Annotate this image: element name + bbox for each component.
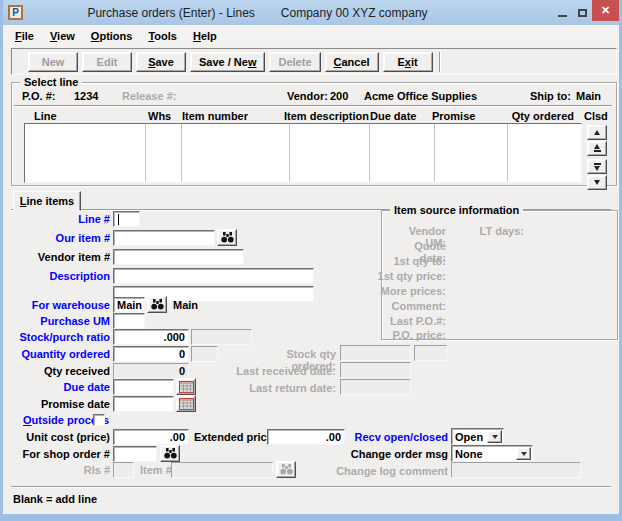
save-button[interactable]: Save	[136, 52, 186, 72]
close-button[interactable]	[592, 0, 619, 21]
maximize-button[interactable]	[572, 3, 592, 23]
stock-qty-ordered-field-2	[414, 345, 447, 361]
column-header-promise: Promise	[432, 110, 475, 122]
delete-button: Delete	[269, 52, 320, 72]
down-arrow-icon	[594, 180, 600, 185]
rls-item-lookup-button	[276, 461, 296, 478]
menu-item-help[interactable]: Help	[185, 28, 225, 44]
due-date-calendar-button[interactable]	[176, 378, 196, 395]
scroll-up-button[interactable]	[587, 125, 607, 140]
due-date-input[interactable]	[113, 379, 174, 395]
column-header-item-number: Item number	[182, 110, 248, 122]
exit-button[interactable]: Exit	[383, 52, 433, 72]
vendor-item-label: Vendor item #	[3, 251, 110, 263]
minimize-icon	[558, 15, 567, 17]
warehouse-input[interactable]: Main	[113, 297, 145, 313]
change-order-msg-select[interactable]: None	[451, 445, 533, 462]
edit-button: Edit	[82, 52, 132, 72]
po-number-label: P.O. #:	[22, 90, 55, 102]
column-header-item-description: Item description	[284, 110, 369, 122]
select-line-group-title: Select line	[20, 76, 82, 88]
shop-order-lookup-button[interactable]	[160, 445, 180, 462]
column-header-qty-ordered: Qty ordered	[500, 110, 574, 122]
last-po-number-label: Last P.O.#:	[386, 315, 446, 327]
last-received-date-field	[340, 362, 411, 378]
binoculars-icon	[164, 448, 177, 459]
close-icon	[601, 4, 610, 17]
line-number-label: Line #	[3, 213, 110, 225]
description-input-1[interactable]	[113, 268, 314, 284]
warehouse-label: For warehouse	[3, 299, 110, 311]
ship-to-label: Ship to:	[530, 90, 571, 102]
recv-open-closed-select[interactable]: Open	[451, 428, 504, 445]
outside-process-checkbox[interactable]	[93, 414, 105, 426]
promise-date-calendar-button[interactable]	[176, 395, 196, 412]
scroll-down-button[interactable]	[587, 175, 607, 190]
column-divider	[434, 124, 435, 182]
cancel-button[interactable]: Cancel	[325, 52, 379, 72]
binoculars-icon	[221, 232, 234, 243]
item-source-group: Item source information Vendor UM: LT da…	[381, 210, 618, 340]
binoculars-icon	[280, 464, 293, 475]
purchase-um-input[interactable]	[113, 313, 145, 329]
line-number-input[interactable]	[113, 211, 140, 227]
column-header-line: Line	[34, 110, 57, 122]
dropdown-button[interactable]	[516, 447, 531, 460]
warehouse-lookup-button[interactable]	[147, 296, 167, 313]
bar-icon	[594, 163, 601, 165]
our-item-lookup-button[interactable]	[217, 229, 237, 246]
shop-order-input[interactable]	[113, 446, 157, 462]
po-number-value: 1234	[74, 90, 98, 102]
app-window: P Purchase orders (Enter) - Lines Compan…	[0, 0, 622, 521]
up-arrow-icon	[594, 144, 600, 149]
minimize-button[interactable]	[552, 3, 572, 23]
calendar-icon	[179, 381, 194, 393]
group-divider	[14, 105, 612, 107]
comment-label: Comment:	[386, 300, 446, 312]
change-order-msg-value: None	[452, 448, 516, 460]
title-bar: P Purchase orders (Enter) - Lines Compan…	[3, 0, 619, 25]
recv-open-closed-label: Recv open/closed	[333, 431, 448, 443]
new-button: New	[28, 52, 78, 72]
po-lines-table[interactable]	[24, 123, 582, 183]
due-date-label: Due date	[3, 381, 110, 393]
stock-qty-ordered-field-1	[340, 345, 411, 361]
dropdown-button[interactable]	[487, 430, 502, 443]
quantity-ordered-input[interactable]: 0	[113, 346, 189, 362]
tab-line-items[interactable]: Line items	[13, 191, 81, 211]
save-new-button[interactable]: Save / New	[190, 52, 265, 72]
calendar-icon	[179, 398, 194, 410]
chevron-down-icon	[492, 435, 498, 439]
our-item-input[interactable]	[113, 230, 215, 246]
menu-item-tools[interactable]: Tools	[140, 28, 185, 44]
column-divider	[145, 124, 146, 182]
quantity-ordered-extra-field	[191, 346, 218, 362]
column-header-due-date: Due date	[370, 110, 416, 122]
vendor-label: Vendor:	[287, 90, 328, 102]
unit-cost-input[interactable]: .00	[113, 429, 189, 445]
stock-purch-ratio-label: Stock/purch ratio	[3, 331, 110, 343]
text-caret	[118, 214, 119, 225]
menu-item-options[interactable]: Options	[83, 28, 141, 44]
release-number-label: Release #:	[122, 90, 176, 102]
vendor-item-input[interactable]	[113, 249, 244, 265]
change-log-comment-label: Change log comment	[333, 465, 448, 477]
promise-date-input[interactable]	[113, 396, 174, 412]
first-qty-to-label: 1st qty to:	[386, 255, 446, 267]
toolbar: New Edit Save Save / New Delete Cancel E…	[11, 48, 617, 75]
menu-item-view[interactable]: View	[42, 28, 83, 44]
scroll-page-down-button[interactable]	[587, 159, 607, 174]
unit-cost-label: Unit cost (price)	[3, 431, 110, 443]
window-title: Purchase orders (Enter) - Lines	[87, 6, 254, 20]
lt-days-label: LT days:	[460, 225, 524, 237]
column-divider	[369, 124, 370, 182]
our-item-label: Our item #	[3, 232, 110, 244]
menu-bar: File View Options Tools Help	[3, 25, 619, 47]
scroll-page-up-button[interactable]	[587, 141, 607, 156]
purchase-um-label: Purchase UM	[3, 315, 110, 327]
down-arrow-icon	[594, 166, 600, 171]
stock-purch-ratio-input[interactable]: .000	[113, 329, 189, 345]
menu-item-file[interactable]: File	[7, 28, 42, 44]
vendor-name: Acme Office Supplies	[364, 90, 477, 102]
recv-open-closed-value: Open	[452, 431, 487, 443]
